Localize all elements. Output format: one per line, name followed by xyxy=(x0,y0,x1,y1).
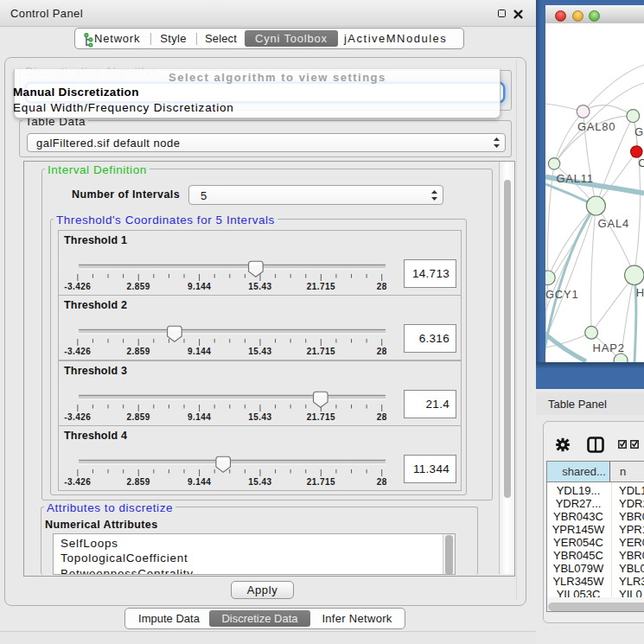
svg-text:2.859: 2.859 xyxy=(127,476,150,486)
svg-text:15.43: 15.43 xyxy=(248,347,271,356)
svg-text:21.715: 21.715 xyxy=(307,476,335,486)
svg-text:9.144: 9.144 xyxy=(188,347,211,356)
svg-text:GAL: GAL xyxy=(634,125,644,138)
svg-text:GAL11: GAL11 xyxy=(556,172,594,185)
svg-text:-3.426: -3.426 xyxy=(64,347,91,356)
svg-text:21.715: 21.715 xyxy=(307,282,335,291)
svg-text:9.144: 9.144 xyxy=(188,476,211,486)
svg-text:GCY1: GCY1 xyxy=(545,288,579,301)
svg-text:-3.426: -3.426 xyxy=(64,282,91,291)
svg-text:GAL80: GAL80 xyxy=(577,120,615,133)
svg-text:C: C xyxy=(638,156,644,169)
svg-text:-3.426: -3.426 xyxy=(64,476,91,486)
svg-text:28: 28 xyxy=(377,476,387,486)
svg-text:9.144: 9.144 xyxy=(188,411,211,421)
svg-text:28: 28 xyxy=(377,347,387,356)
svg-text:21.715: 21.715 xyxy=(307,411,335,421)
svg-text:15.43: 15.43 xyxy=(248,411,271,421)
svg-text:15.43: 15.43 xyxy=(248,476,271,486)
svg-text:21.715: 21.715 xyxy=(307,347,335,356)
svg-text:2.859: 2.859 xyxy=(127,282,150,291)
svg-text:GAL4: GAL4 xyxy=(598,217,629,230)
svg-text:2.859: 2.859 xyxy=(127,411,150,421)
svg-text:28: 28 xyxy=(377,411,387,421)
svg-text:H: H xyxy=(636,286,644,299)
svg-text:-3.426: -3.426 xyxy=(64,411,91,421)
svg-text:15.43: 15.43 xyxy=(248,282,271,291)
svg-text:HAP2: HAP2 xyxy=(593,341,625,354)
svg-text:2.859: 2.859 xyxy=(127,347,150,356)
svg-text:9.144: 9.144 xyxy=(188,282,211,291)
svg-text:28: 28 xyxy=(377,282,387,291)
